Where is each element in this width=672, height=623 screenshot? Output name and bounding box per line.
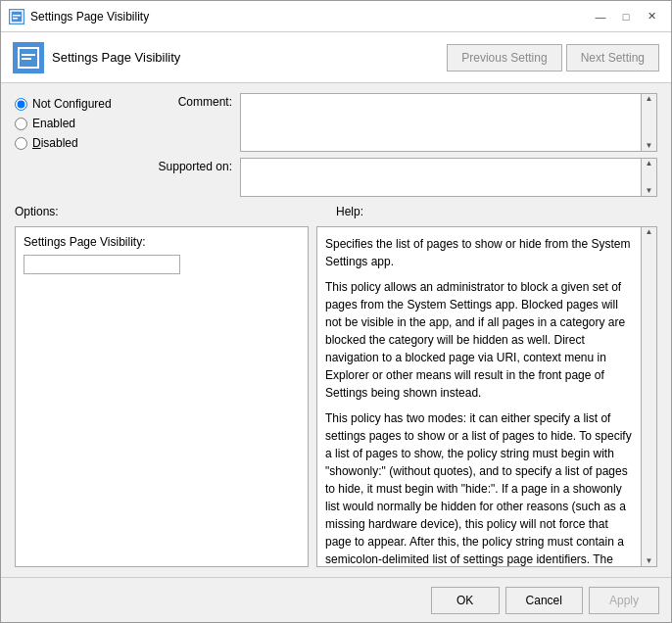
window-icon (9, 9, 24, 24)
comment-field-container: ▲ ▼ (240, 93, 657, 152)
help-scrollbar[interactable]: ▲ ▼ (641, 227, 656, 566)
help-para-2: This policy allows an administrator to b… (325, 278, 633, 402)
enabled-option[interactable]: Enabled (15, 117, 132, 130)
options-panel: Settings Page Visibility: (15, 226, 309, 567)
scroll-down-arrow2[interactable]: ▼ (646, 187, 653, 195)
cancel-button[interactable]: Cancel (505, 587, 583, 614)
title-controls: — □ ✕ (589, 7, 663, 26)
header-left: Settings Page Visibility (13, 42, 180, 73)
help-para-3: This policy has two modes: it can either… (325, 409, 633, 566)
help-scroll-down[interactable]: ▼ (646, 557, 653, 565)
svg-rect-0 (11, 11, 23, 23)
content-area: Not Configured Enabled Disabled Comment: (1, 83, 671, 577)
prev-setting-button[interactable]: Previous Setting (447, 44, 561, 72)
header-icon (13, 42, 44, 73)
footer: OK Cancel Apply (1, 577, 671, 622)
disabled-label: Disabled (32, 136, 78, 150)
help-section-label: Help: (336, 205, 657, 218)
scroll-up-arrow[interactable]: ▲ (646, 95, 653, 103)
svg-rect-4 (22, 54, 35, 56)
main-window: Settings Page Visibility — □ ✕ Settings … (0, 0, 672, 623)
next-setting-button[interactable]: Next Setting (566, 44, 659, 72)
enabled-label: Enabled (32, 117, 75, 130)
radio-section: Not Configured Enabled Disabled (15, 93, 132, 197)
enabled-radio[interactable] (15, 118, 27, 130)
not-configured-option[interactable]: Not Configured (15, 97, 132, 111)
ok-button[interactable]: OK (431, 587, 500, 614)
settings-visibility-input[interactable] (24, 255, 180, 274)
svg-rect-2 (13, 18, 18, 20)
comment-textarea[interactable] (240, 93, 642, 152)
not-configured-label: Not Configured (32, 97, 112, 111)
not-configured-radio[interactable] (15, 98, 27, 111)
settings-visibility-label: Settings Page Visibility: (24, 235, 300, 249)
header-title: Settings Page Visibility (52, 50, 180, 65)
maximize-button[interactable]: □ (614, 7, 638, 26)
supported-textarea[interactable] (240, 158, 642, 197)
comment-row: Comment: ▲ ▼ (144, 93, 657, 152)
title-bar-left: Settings Page Visibility (9, 9, 149, 24)
header-nav-buttons: Previous Setting Next Setting (447, 44, 659, 72)
comment-label: Comment: (144, 93, 232, 109)
supported-field-container: ▲ ▼ (240, 158, 657, 197)
minimize-button[interactable]: — (589, 7, 612, 26)
options-section-label: Options: (15, 205, 336, 218)
section-labels: Options: Help: (15, 205, 657, 218)
close-button[interactable]: ✕ (640, 7, 663, 26)
window-title: Settings Page Visibility (30, 10, 149, 24)
disabled-option[interactable]: Disabled (15, 136, 132, 150)
title-bar: Settings Page Visibility — □ ✕ (1, 1, 671, 32)
supported-label: Supported on: (144, 158, 232, 173)
help-panel: Specifies the list of pages to show or h… (316, 226, 657, 567)
scroll-up-arrow2[interactable]: ▲ (646, 160, 653, 168)
supported-scrollbar[interactable]: ▲ ▼ (642, 158, 657, 197)
svg-rect-5 (22, 58, 31, 60)
supported-row: Supported on: ▲ ▼ (144, 158, 657, 197)
scroll-down-arrow[interactable]: ▼ (646, 142, 653, 150)
apply-button[interactable]: Apply (589, 587, 659, 614)
svg-rect-1 (13, 15, 21, 17)
header-bar: Settings Page Visibility Previous Settin… (1, 32, 671, 83)
help-text-content: Specifies the list of pages to show or h… (317, 227, 641, 566)
bottom-section: Settings Page Visibility: Specifies the … (15, 226, 657, 567)
comment-scrollbar[interactable]: ▲ ▼ (642, 93, 657, 152)
disabled-radio[interactable] (15, 137, 27, 150)
help-scroll-up[interactable]: ▲ (646, 228, 653, 236)
top-section: Not Configured Enabled Disabled Comment: (15, 93, 657, 197)
right-fields: Comment: ▲ ▼ Supported on: ▲ (144, 93, 657, 197)
help-para-1: Specifies the list of pages to show or h… (325, 235, 633, 270)
